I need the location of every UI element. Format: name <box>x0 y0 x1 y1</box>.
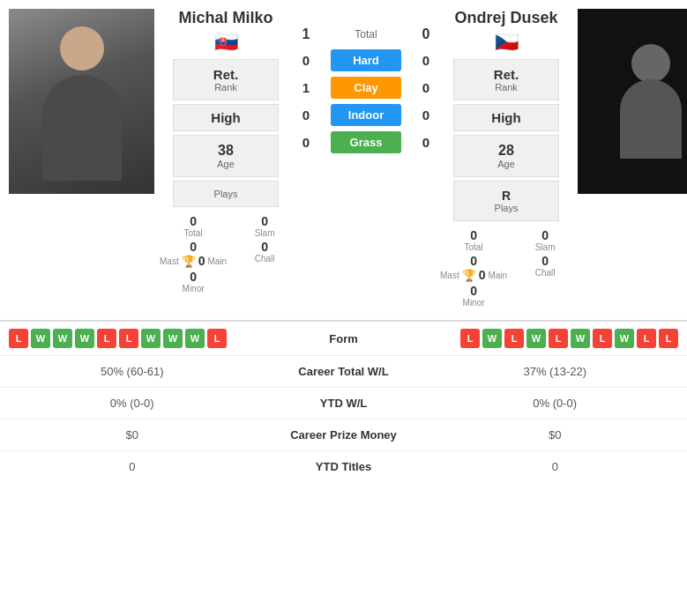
left-player-photo <box>9 9 154 194</box>
right-form-badges: LWLWLWLWLL <box>397 329 679 348</box>
left-main-label: Main <box>207 256 227 266</box>
grass-button[interactable]: Grass <box>331 131 401 153</box>
left-slam-stat: 0 Slam <box>237 214 292 238</box>
page-container: Michal Milko 🇸🇰 Ret. Rank High 38 Age Pl… <box>0 0 687 482</box>
right-chall-val: 0 <box>518 254 572 268</box>
right-stat-box-age: 28 Age <box>453 135 559 177</box>
hard-button[interactable]: Hard <box>331 49 401 71</box>
grass-surface-row: 0 Grass 0 <box>297 131 435 153</box>
clay-right-score: 0 <box>417 80 435 95</box>
right-form-badge: L <box>637 329 656 348</box>
left-chall-val: 0 <box>237 240 292 254</box>
stat-left-val: 50% (60-61) <box>9 365 256 378</box>
stat-center-label: YTD W/L <box>256 397 432 410</box>
right-stats-grid: 0 Total 0 Slam 0 Mast 🏆 0 Main <box>440 228 572 308</box>
center-surfaces-col: 1 Total 0 0 Hard 0 1 Clay 0 0 Indoor 0 <box>297 9 435 159</box>
stat-center-label: Career Total W/L <box>256 365 432 378</box>
stat-left-val: 0 <box>9 460 256 473</box>
left-minor-val: 0 <box>160 270 227 284</box>
form-label: Form <box>291 332 397 345</box>
left-person-body <box>42 75 122 181</box>
right-plays-val: R <box>461 189 551 203</box>
left-form-badge: W <box>31 329 50 348</box>
right-form-badge: W <box>482 329 502 348</box>
grass-right-score: 0 <box>417 135 435 150</box>
left-photo-placeholder <box>9 9 154 194</box>
stat-right-val: 0% (0-0) <box>432 397 679 410</box>
left-stat-box-age: 38 Age <box>173 135 279 177</box>
right-person-body <box>620 79 682 159</box>
left-slam-val: 0 <box>237 214 292 228</box>
right-high-val: High <box>459 110 553 125</box>
right-photo-placeholder <box>578 9 687 194</box>
hard-left-score: 0 <box>297 53 315 68</box>
total-left-score: 1 <box>297 26 315 42</box>
indoor-button[interactable]: Indoor <box>331 104 401 126</box>
right-plays-label: Plays <box>461 203 551 213</box>
stat-left-val: $0 <box>9 428 256 442</box>
right-minor-stat: 0 Minor <box>440 284 507 308</box>
stat-center-label: Career Prize Money <box>256 428 432 442</box>
right-form-badge: L <box>593 329 612 348</box>
right-total-val: 0 <box>440 228 507 242</box>
stat-right-val: $0 <box>432 428 679 442</box>
career-stats-container: 50% (60-61)Career Total W/L37% (13-22)0%… <box>0 355 687 482</box>
right-form-badge: L <box>460 329 480 348</box>
right-person-head <box>631 44 670 83</box>
left-form-badge: W <box>141 329 161 348</box>
clay-left-score: 1 <box>297 80 315 95</box>
right-form-badge: L <box>659 329 678 348</box>
left-form-badge: W <box>163 329 183 348</box>
left-rank-label: Rank <box>181 82 271 93</box>
right-person-figure <box>616 44 686 159</box>
indoor-left-score: 0 <box>297 108 315 122</box>
left-total-val: 0 <box>160 214 227 228</box>
left-slam-label: Slam <box>237 228 292 238</box>
left-person-figure <box>29 22 135 181</box>
right-main-val: 0 <box>479 268 486 282</box>
left-mast-label: Mast <box>160 256 179 266</box>
hard-right-score: 0 <box>417 53 435 68</box>
left-stats-grid: 0 Total 0 Slam 0 Mast 🏆 0 Main <box>160 214 292 293</box>
right-chall-stat: 0 Chall <box>518 254 572 282</box>
left-mast-val: 0 <box>190 240 197 254</box>
stat-left-val: 0% (0-0) <box>9 397 256 410</box>
hard-surface-row: 0 Hard 0 <box>297 49 435 71</box>
right-main-label: Main <box>488 271 507 280</box>
left-chall-label: Chall <box>237 254 292 263</box>
left-ret-label: Ret. <box>181 67 271 82</box>
right-stat-box-rank: Ret. Rank <box>453 59 559 100</box>
career-stat-row: 50% (60-61)Career Total W/L37% (13-22) <box>0 355 687 387</box>
total-label: Total <box>331 28 401 41</box>
left-chall-stat: 0 Chall <box>237 240 292 268</box>
right-ret-label: Ret. <box>461 67 551 82</box>
right-trophy-icon: 🏆 <box>462 269 476 282</box>
left-form-badge: L <box>119 329 138 348</box>
left-total-label: Total <box>160 228 227 238</box>
right-total-label: Total <box>440 242 507 252</box>
left-stat-box-plays: Plays <box>173 181 279 207</box>
left-person-head <box>60 26 104 71</box>
career-stat-row: 0% (0-0)YTD W/L0% (0-0) <box>0 387 687 419</box>
right-player-photo <box>578 9 687 194</box>
right-form-badge: L <box>504 329 524 348</box>
career-stat-row: $0Career Prize Money$0 <box>0 419 687 450</box>
right-form-badge: W <box>526 329 546 348</box>
right-age-val: 28 <box>461 143 551 159</box>
left-plays-label: Plays <box>181 189 271 199</box>
clay-button[interactable]: Clay <box>331 77 401 99</box>
left-form-badges: LWWWLLWWWL <box>9 329 291 348</box>
right-total-stat: 0 Total <box>440 228 507 252</box>
left-stat-box-high: High <box>173 104 279 131</box>
right-slam-val: 0 <box>518 228 572 242</box>
right-form-badge: W <box>615 329 634 348</box>
left-form-badge: L <box>207 329 227 348</box>
left-form-badge: W <box>53 329 72 348</box>
right-mast-stat: 0 Mast 🏆 0 Main <box>440 254 507 282</box>
right-form-badge: W <box>571 329 590 348</box>
left-high-val: High <box>179 110 273 125</box>
indoor-right-score: 0 <box>417 108 435 122</box>
right-chall-label: Chall <box>518 268 572 278</box>
right-slam-label: Slam <box>518 242 572 252</box>
right-slam-stat: 0 Slam <box>518 228 572 252</box>
